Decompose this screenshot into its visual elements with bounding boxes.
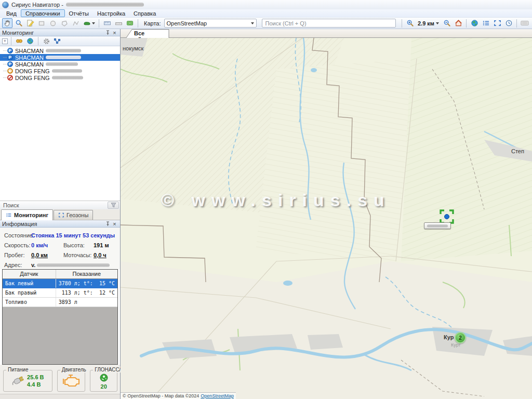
selected-vehicle-marker[interactable] xyxy=(440,209,454,224)
window-title: Сириус Навигатор - xyxy=(11,2,63,8)
map-select-label: Карта: xyxy=(144,20,161,26)
menu-spravochniki[interactable]: Справочники xyxy=(21,9,65,17)
pin-icon[interactable] xyxy=(104,221,111,227)
follow-vehicle-button[interactable] xyxy=(15,37,24,45)
engine-groupbox: Двигатель xyxy=(57,370,86,392)
sensor-row[interactable]: Топливо 3893 л xyxy=(3,297,117,307)
tab-all-objects[interactable]: Все объекты xyxy=(126,29,169,38)
select-rect-tool-button[interactable] xyxy=(36,18,47,28)
vehicle-row-selected[interactable]: P SHACMAN xyxy=(0,54,120,61)
billing-button[interactable] xyxy=(125,18,135,28)
city-label-topleft: нокумск xyxy=(123,45,144,51)
sensor-table-header-row: Датчик Показание xyxy=(3,270,117,278)
map-provider-select[interactable]: OpenStreetMap xyxy=(164,19,257,28)
measure-area-button[interactable] xyxy=(113,18,124,28)
pin-icon[interactable] xyxy=(104,30,111,36)
zoom-select-button[interactable] xyxy=(14,18,24,28)
power-groupbox: Питание 25.6 В 4.4 В xyxy=(3,370,52,392)
attribution-text: © OpenStreetMap - Map data ©2024 xyxy=(123,393,199,398)
select-circle-tool-button[interactable] xyxy=(48,18,58,28)
window-title-redacted xyxy=(66,3,144,7)
attribution-link[interactable]: OpenStreetMap xyxy=(201,393,234,398)
satellite-count: 20 xyxy=(101,383,107,390)
vehicle-status-idle-icon xyxy=(7,68,13,74)
menu-nastroyka[interactable]: Настройка xyxy=(93,9,129,17)
chevron-down-icon xyxy=(251,22,254,24)
vehicle-tree: P SHACMAN P SHACMAN P SHACMAN xyxy=(0,46,120,201)
measure-tool-button[interactable] xyxy=(102,18,112,28)
map-canvas[interactable]: нокумск Степ Кур Курт © www.sirius.su 2 xyxy=(121,38,532,399)
close-icon[interactable]: × xyxy=(111,30,118,36)
fit-extent-button[interactable] xyxy=(492,18,502,28)
search-input[interactable] xyxy=(262,19,396,28)
state-label: Состояние: xyxy=(4,232,31,238)
vehicle-name-redacted xyxy=(46,62,78,66)
map-scale-value: 2.9 км xyxy=(418,20,434,26)
sensor-value: 113 л; t°: 12 °C xyxy=(56,288,117,297)
tree-search-row[interactable]: Поиск xyxy=(0,201,120,209)
sensor-table-block: Датчик Показание Бак левый 3780 л; t°: 1… xyxy=(2,269,118,365)
mileage-value[interactable]: 0,0 км xyxy=(31,252,63,258)
vehicle-status-offline-icon xyxy=(7,75,13,81)
tab-monitoring-label: Мониторинг xyxy=(14,212,48,218)
cluster-marker[interactable]: 2 xyxy=(455,332,466,343)
state-value: Стоянка 15 минут 53 секунды xyxy=(31,232,116,238)
show-on-map-button[interactable] xyxy=(25,37,35,45)
toolbar-separator xyxy=(466,19,467,28)
tree-settings-button[interactable] xyxy=(42,37,51,45)
vehicle-map-label[interactable] xyxy=(424,222,451,229)
history-time-button[interactable] xyxy=(503,18,514,28)
zoom-in-button[interactable] xyxy=(405,18,415,28)
vehicle-row[interactable]: P SHACMAN xyxy=(0,47,120,54)
keyboard-icon xyxy=(521,20,529,26)
edit-tool-button[interactable] xyxy=(25,18,35,28)
keyboard-button[interactable] xyxy=(520,18,530,28)
zoom-out-button[interactable] xyxy=(442,18,452,28)
expand-all-icon[interactable]: + xyxy=(2,38,8,44)
draw-polyline-tool-button[interactable] xyxy=(71,18,81,28)
gps-groupbox: ГЛОНАСС/GPS 20 xyxy=(90,370,117,392)
tree-connector xyxy=(3,77,7,78)
polyline-icon xyxy=(72,20,79,27)
menu-spravka[interactable]: Справка xyxy=(129,9,160,17)
pan-tool-button[interactable] xyxy=(2,18,12,28)
circle-icon xyxy=(49,20,57,27)
sidebar: Мониторинг × + P SHACMAN xyxy=(0,29,121,399)
sensor-name: Бак левый xyxy=(3,278,56,288)
vehicle-row[interactable]: DONG FENG xyxy=(0,68,120,74)
menu-vid[interactable]: Вид xyxy=(2,9,21,17)
altitude-label: Высота: xyxy=(63,242,94,248)
main-content: Мониторинг × + P SHACMAN xyxy=(0,29,532,399)
sensor-col-header: Датчик xyxy=(3,270,56,278)
power-values: 25.6 В 4.4 В xyxy=(27,374,44,388)
tab-monitoring[interactable]: Мониторинг xyxy=(1,209,53,220)
engine-icon xyxy=(62,374,81,388)
route-nodes-button[interactable] xyxy=(52,37,62,45)
vehicle-row[interactable]: DONG FENG xyxy=(0,74,120,81)
tab-geozones[interactable]: Геозоны xyxy=(54,210,93,220)
filter-button[interactable] xyxy=(108,202,119,209)
map-scale-button[interactable]: 2.9 км xyxy=(416,18,441,28)
address-label: Адрес: xyxy=(4,262,31,268)
list-icon xyxy=(6,212,12,218)
engine-title: Двигатель xyxy=(60,367,88,373)
value-col-header: Показание xyxy=(56,270,117,278)
menu-otchety[interactable]: Отчёты xyxy=(65,9,93,17)
toolbar-separator xyxy=(11,37,11,45)
close-icon[interactable]: × xyxy=(111,221,118,227)
track-display-button[interactable] xyxy=(82,18,96,28)
sensor-row[interactable]: Бак правый 113 л; t°: 12 °C xyxy=(3,288,117,297)
sensor-row-selected[interactable]: Бак левый 3780 л; t°: 15 °C xyxy=(3,278,117,288)
track-car-icon xyxy=(83,20,91,26)
globe-arrow-icon xyxy=(26,37,34,45)
mileage-label: Пробег: xyxy=(4,252,31,258)
hours-value[interactable]: 0,0 ч xyxy=(94,252,116,258)
home-view-button[interactable] xyxy=(453,18,463,28)
vehicle-status-parking-icon: P xyxy=(7,55,13,60)
vehicle-row[interactable]: P SHACMAN xyxy=(0,61,120,68)
show-all-objects-button[interactable] xyxy=(469,18,480,28)
map-area: Все объекты xyxy=(121,29,532,399)
map-provider-value: OpenStreetMap xyxy=(167,20,250,26)
object-list-button[interactable] xyxy=(481,18,491,28)
draw-polygon-tool-button[interactable] xyxy=(59,18,70,28)
